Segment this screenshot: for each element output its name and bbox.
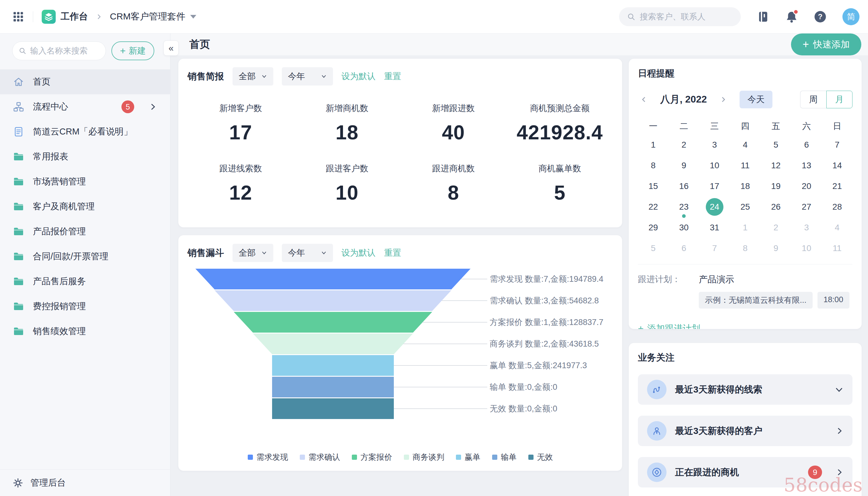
month-toggle[interactable]: 月: [826, 91, 852, 108]
calendar-day[interactable]: 20: [791, 176, 822, 197]
reset-link[interactable]: 重置: [384, 71, 401, 82]
calendar-day[interactable]: 3: [791, 217, 822, 238]
sidebar-item-folder[interactable]: 客户及商机管理: [0, 194, 170, 219]
stat-label: 跟进商机数: [400, 163, 507, 174]
calendar-next-icon[interactable]: [717, 96, 729, 103]
calendar-day[interactable]: 11: [822, 238, 852, 259]
user-avatar[interactable]: 简: [842, 8, 859, 25]
calendar-day[interactable]: 3: [699, 135, 730, 155]
business-row-customer[interactable]: 最近3天新获得的客户: [638, 416, 852, 446]
calendar-day[interactable]: 10: [699, 155, 730, 176]
admin-backend-item[interactable]: 管理后台: [0, 469, 170, 496]
calendar-day[interactable]: 11: [730, 155, 761, 176]
notifications-bell-icon[interactable]: [785, 10, 798, 23]
sidebar-item-folder[interactable]: 产品售后服务: [0, 269, 170, 294]
add-followup-plan-link[interactable]: + 添加跟进计划: [638, 323, 852, 329]
calendar-day[interactable]: 24: [699, 197, 730, 217]
calendar-day[interactable]: 6: [791, 135, 822, 155]
sidebar-item-folder[interactable]: 市场营销管理: [0, 169, 170, 194]
calendar-month-label: 八月, 2022: [650, 93, 717, 106]
calendar-day[interactable]: 14: [822, 155, 852, 176]
calendar-day[interactable]: 15: [638, 176, 669, 197]
calendar-day[interactable]: 8: [730, 238, 761, 259]
funnel-segment-6: [272, 377, 394, 398]
reset-link[interactable]: 重置: [384, 247, 401, 259]
followup-plan-title[interactable]: 产品演示: [699, 274, 850, 286]
legend-item[interactable]: 输单: [492, 452, 517, 463]
sidebar-search-input[interactable]: 输入名称来搜索: [12, 41, 106, 60]
workspace-label[interactable]: 工作台: [61, 10, 88, 23]
calendar-day[interactable]: 25: [730, 197, 761, 217]
calendar-day[interactable]: 26: [761, 197, 791, 217]
legend-item[interactable]: 无效: [528, 452, 553, 463]
calendar-day[interactable]: 6: [669, 238, 699, 259]
calendar-day[interactable]: 16: [669, 176, 699, 197]
help-icon[interactable]: ?: [814, 10, 826, 23]
calendar-day[interactable]: 5: [761, 135, 791, 155]
sidebar-item-folder[interactable]: 费控报销管理: [0, 294, 170, 319]
calendar-day[interactable]: 1: [730, 217, 761, 238]
quick-add-button[interactable]: + 快速添加: [791, 33, 861, 56]
sidebar-item-home[interactable]: 首页: [0, 69, 170, 94]
legend-item[interactable]: 方案报价: [352, 452, 392, 463]
day-number: 21: [832, 181, 842, 191]
today-button[interactable]: 今天: [740, 91, 772, 108]
app-grid-icon[interactable]: [12, 11, 24, 23]
stat-item: 新增客户数17: [187, 103, 294, 144]
calendar-day[interactable]: 28: [822, 197, 852, 217]
calendar-day[interactable]: 7: [822, 135, 852, 155]
calendar-day[interactable]: 4: [730, 135, 761, 155]
jiandaoyun-logo-icon[interactable]: [42, 10, 56, 24]
calendar-day[interactable]: 2: [669, 135, 699, 155]
legend-item[interactable]: 需求发现: [248, 452, 288, 463]
week-toggle[interactable]: 周: [800, 91, 826, 108]
calendar-day[interactable]: 19: [761, 176, 791, 197]
sidebar-item-doc[interactable]: 简道云CRM「必看说明」: [0, 119, 170, 144]
breadcrumb-app-title[interactable]: CRM客户管理套件: [110, 10, 185, 23]
app-switch-caret-icon[interactable]: [190, 15, 196, 18]
sidebar-item-folder[interactable]: 产品报价管理: [0, 219, 170, 244]
sales-brief-time-select[interactable]: 今年: [282, 67, 333, 86]
calendar-day[interactable]: 30: [669, 217, 699, 238]
calendar-day[interactable]: 5: [638, 238, 669, 259]
calendar-day[interactable]: 8: [638, 155, 669, 176]
contacts-icon[interactable]: [757, 10, 770, 23]
business-row-leads[interactable]: 最近3天新获得的线索: [638, 374, 852, 405]
calendar-day[interactable]: 10: [791, 238, 822, 259]
sidebar-item-folder[interactable]: 合同/回款/开票管理: [0, 244, 170, 269]
calendar-day[interactable]: 7: [699, 238, 730, 259]
calendar-day[interactable]: 13: [791, 155, 822, 176]
calendar-prev-icon[interactable]: [638, 96, 650, 103]
legend-item[interactable]: 需求确认: [300, 452, 340, 463]
calendar-day[interactable]: 27: [791, 197, 822, 217]
sales-funnel-time-select[interactable]: 今年: [282, 244, 333, 262]
legend-item[interactable]: 赢单: [456, 452, 481, 463]
legend-swatch: [492, 455, 497, 460]
set-default-link[interactable]: 设为默认: [341, 247, 375, 259]
calendar-day[interactable]: 12: [761, 155, 791, 176]
calendar-day[interactable]: 4: [822, 217, 852, 238]
calendar-day[interactable]: 22: [638, 197, 669, 217]
calendar-day[interactable]: 31: [699, 217, 730, 238]
new-button[interactable]: + 新建: [111, 41, 154, 60]
sidebar-item-flow[interactable]: 流程中心5: [0, 94, 170, 119]
sidebar-collapse-button[interactable]: «: [164, 41, 179, 56]
sidebar-item-folder[interactable]: 常用报表: [0, 144, 170, 169]
calendar-day[interactable]: 21: [822, 176, 852, 197]
funnel-chart: 需求发现 数量:7,金额:194789.4需求确认 数量:3,金额:54682.…: [187, 269, 613, 422]
calendar-day[interactable]: 2: [761, 217, 791, 238]
calendar-day[interactable]: 1: [638, 135, 669, 155]
business-row-opportunity[interactable]: 正在跟进的商机9: [638, 457, 852, 487]
calendar-day[interactable]: 23: [669, 197, 699, 217]
sales-funnel-scope-select[interactable]: 全部: [233, 244, 273, 262]
global-search-input[interactable]: 搜索客户、联系人: [619, 7, 741, 26]
set-default-link[interactable]: 设为默认: [341, 71, 375, 82]
calendar-day[interactable]: 9: [669, 155, 699, 176]
sidebar-item-folder[interactable]: 销售绩效管理: [0, 319, 170, 344]
sales-brief-scope-select[interactable]: 全部: [233, 67, 273, 86]
legend-item[interactable]: 商务谈判: [404, 452, 444, 463]
calendar-day[interactable]: 18: [730, 176, 761, 197]
calendar-day[interactable]: 17: [699, 176, 730, 197]
calendar-day[interactable]: 29: [638, 217, 669, 238]
calendar-day[interactable]: 9: [761, 238, 791, 259]
